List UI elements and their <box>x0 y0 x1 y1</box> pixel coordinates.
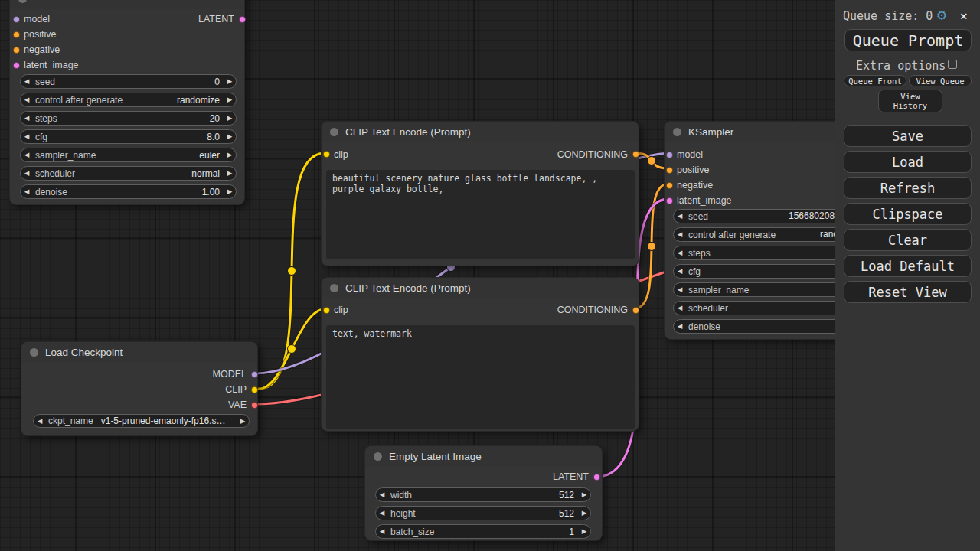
widget-control-after-generate[interactable]: ◀ control after generate randomize ▶ <box>20 93 237 107</box>
decrement-arrow-icon[interactable]: ◀ <box>376 488 388 501</box>
close-icon[interactable]: ✕ <box>960 8 968 23</box>
widget-denoise[interactable]: ◀ denoise <box>673 319 850 334</box>
widget-seed[interactable]: ◀ seed 1566802087 <box>673 209 850 223</box>
node-title-bar[interactable]: Load Checkpoint <box>21 342 257 363</box>
node-title-bar[interactable]: KSampler <box>665 122 857 142</box>
node-load-checkpoint: Load Checkpoint MODEL CLIP VAE ◀ ckpt_na… <box>21 341 258 436</box>
increment-arrow-icon[interactable]: ▶ <box>224 167 236 180</box>
widget-steps[interactable]: ◀ steps 20 ▶ <box>20 111 237 126</box>
widget-denoise[interactable]: ◀ denoise 1.00 ▶ <box>20 184 237 199</box>
increment-arrow-icon[interactable]: ▶ <box>237 415 249 428</box>
output-slot-vae[interactable] <box>251 402 258 409</box>
decrement-arrow-icon[interactable]: ◀ <box>21 130 33 143</box>
input-slot-model[interactable] <box>13 16 20 23</box>
input-slot-negative[interactable] <box>666 182 673 189</box>
widget-scheduler[interactable]: ◀ scheduler <box>673 301 850 315</box>
widget-scheduler[interactable]: ◀ scheduler normal ▶ <box>20 166 237 181</box>
input-slot-negative[interactable] <box>13 47 20 54</box>
node-title-bar[interactable]: CLIP Text Encode (Prompt) <box>322 278 639 298</box>
increment-arrow-icon[interactable]: ▶ <box>224 112 236 125</box>
increment-arrow-icon[interactable]: ▶ <box>578 488 590 501</box>
output-slot-latent[interactable] <box>239 16 246 23</box>
collapse-dot-icon[interactable] <box>374 452 382 461</box>
collapse-dot-icon[interactable] <box>330 128 338 136</box>
input-slot-clip[interactable] <box>323 151 330 158</box>
increment-arrow-icon[interactable]: ▶ <box>224 148 236 161</box>
decrement-arrow-icon[interactable]: ◀ <box>376 507 388 520</box>
refresh-button[interactable]: Refresh <box>844 177 972 199</box>
clear-button[interactable]: Clear <box>844 229 972 251</box>
decrement-arrow-icon[interactable]: ◀ <box>674 320 686 333</box>
widget-control-after-generate[interactable]: ◀ control after generate randomize <box>673 227 850 242</box>
widget-seed[interactable]: ◀ seed 0 ▶ <box>20 74 237 89</box>
output-slot-model[interactable] <box>251 371 258 378</box>
widget-cfg[interactable]: ◀ cfg <box>673 264 850 279</box>
output-slot-conditioning[interactable] <box>632 307 639 314</box>
input-slot-model[interactable] <box>666 152 673 158</box>
input-slot-positive[interactable] <box>13 31 20 38</box>
decrement-arrow-icon[interactable]: ◀ <box>34 415 46 428</box>
decrement-arrow-icon[interactable]: ◀ <box>21 112 33 125</box>
decrement-arrow-icon[interactable]: ◀ <box>21 75 33 88</box>
input-slot-clip[interactable] <box>323 307 330 314</box>
queue-prompt-button[interactable]: Queue Prompt <box>844 29 972 51</box>
widget-width[interactable]: ◀ width 512 ▶ <box>375 487 591 502</box>
widget-cfg[interactable]: ◀ cfg 8.0 ▶ <box>20 129 237 144</box>
decrement-arrow-icon[interactable]: ◀ <box>21 185 33 198</box>
widget-height[interactable]: ◀ height 512 ▶ <box>375 506 591 520</box>
collapse-dot-icon[interactable] <box>30 348 38 357</box>
increment-arrow-icon[interactable]: ▶ <box>224 185 236 198</box>
collapse-dot-icon[interactable] <box>330 284 338 292</box>
node-clip-text-encode-positive: CLIP Text Encode (Prompt) clip CONDITION… <box>321 121 639 266</box>
widget-value: v1-5-pruned-emaonly-fp16.s… <box>101 416 233 426</box>
increment-arrow-icon[interactable]: ▶ <box>224 75 236 88</box>
increment-arrow-icon[interactable]: ▶ <box>578 525 590 538</box>
increment-arrow-icon[interactable]: ▶ <box>224 130 236 143</box>
increment-arrow-icon[interactable]: ▶ <box>224 93 236 106</box>
reset-view-button[interactable]: Reset View <box>844 281 972 303</box>
collapse-dot-icon[interactable] <box>673 128 681 136</box>
decrement-arrow-icon[interactable]: ◀ <box>21 93 33 106</box>
input-slot-latent-image[interactable] <box>13 62 20 69</box>
widget-value: 1 <box>434 527 574 537</box>
collapse-dot-icon[interactable] <box>18 0 27 3</box>
comfyui-workspace: { "icons": { "decrement": "◀", "incremen… <box>0 0 980 551</box>
widget-sampler-name[interactable]: ◀ sampler_name <box>673 282 850 297</box>
extra-options-checkbox[interactable] <box>948 60 957 69</box>
decrement-arrow-icon[interactable]: ◀ <box>674 302 686 315</box>
decrement-arrow-icon[interactable]: ◀ <box>21 148 33 161</box>
view-queue-button[interactable]: View Queue <box>909 75 972 86</box>
decrement-arrow-icon[interactable]: ◀ <box>674 246 686 259</box>
input-slot-positive[interactable] <box>666 167 673 174</box>
queue-front-button[interactable]: Queue Front <box>844 75 906 86</box>
decrement-arrow-icon[interactable]: ◀ <box>21 167 33 180</box>
decrement-arrow-icon[interactable]: ◀ <box>674 228 686 241</box>
widget-label: seed <box>35 77 55 87</box>
node-title-bar[interactable]: Empty Latent Image <box>365 446 602 467</box>
decrement-arrow-icon[interactable]: ◀ <box>674 210 686 223</box>
prompt-textarea[interactable]: beautiful scenery nature glass bottle la… <box>326 170 635 259</box>
decrement-arrow-icon[interactable]: ◀ <box>674 283 686 296</box>
increment-arrow-icon[interactable]: ▶ <box>578 507 590 520</box>
input-slot-latent-image[interactable] <box>666 197 673 204</box>
output-slot-conditioning[interactable] <box>632 151 639 158</box>
node-title-bar[interactable]: CLIP Text Encode (Prompt) <box>322 122 639 142</box>
prompt-textarea[interactable]: text, watermark <box>326 325 635 429</box>
widget-ckpt-name[interactable]: ◀ ckpt_name v1-5-pruned-emaonly-fp16.s… … <box>33 414 250 428</box>
clipspace-button[interactable]: Clipspace <box>844 203 972 225</box>
load-button[interactable]: Load <box>844 151 972 173</box>
settings-gear-icon[interactable]: ⚙ <box>937 7 946 22</box>
load-default-button[interactable]: Load Default <box>844 255 972 277</box>
output-slot-latent[interactable] <box>593 474 600 481</box>
view-history-button[interactable]: View History <box>878 90 942 112</box>
link-dot <box>288 345 296 354</box>
widget-sampler-name[interactable]: ◀ sampler_name euler ▶ <box>20 148 237 162</box>
node-title-bar[interactable] <box>10 0 244 9</box>
output-slot-clip[interactable] <box>251 386 258 393</box>
decrement-arrow-icon[interactable]: ◀ <box>376 525 388 538</box>
save-button[interactable]: Save <box>844 125 972 147</box>
widget-batch-size[interactable]: ◀ batch_size 1 ▶ <box>375 524 591 539</box>
widget-label: cfg <box>688 266 701 277</box>
decrement-arrow-icon[interactable]: ◀ <box>674 265 686 278</box>
widget-steps[interactable]: ◀ steps <box>673 246 850 260</box>
